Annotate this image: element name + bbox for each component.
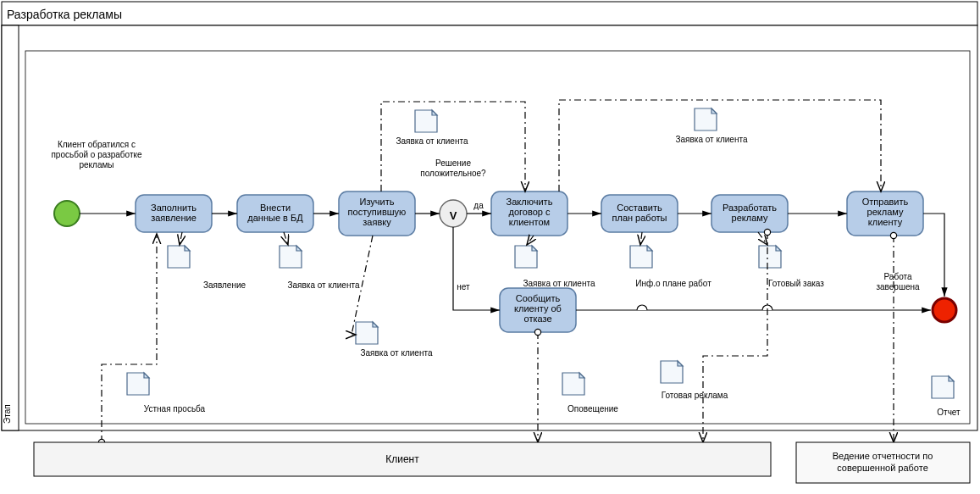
svg-text:Составить: Составить [617,203,662,213]
svg-text:Оповещение: Оповещение [568,404,618,414]
svg-text:рекламы: рекламы [79,160,114,169]
svg-text:Заявка от клиента: Заявка от клиента [361,348,433,358]
svg-text:Заявка от клиента: Заявка от клиента [288,280,360,290]
task-send[interactable]: Отправить рекламу клиенту [847,191,923,236]
svg-text:заявку: заявку [363,217,391,227]
svg-text:V: V [450,209,457,222]
svg-text:Заявление: Заявление [203,280,246,290]
participant-client-label: Клиент [385,453,419,465]
svg-text:Устная просьба: Устная просьба [144,404,206,414]
svg-text:Сообщить: Сообщить [516,293,561,303]
svg-point-44 [933,298,956,322]
task-plan[interactable]: Составить план работы [601,195,678,232]
svg-text:план работы: план работы [612,213,667,223]
svg-text:Ведение отчетности по: Ведение отчетности по [833,451,933,461]
lane-header [2,25,19,430]
svg-text:клиенту: клиенту [868,217,903,227]
svg-text:рекламу: рекламу [732,213,768,223]
svg-text:Заявка от клиента: Заявка от клиента [676,135,748,144]
svg-text:Готовая реклама: Готовая реклама [662,391,728,400]
task-enter-db[interactable]: Внести данные в БД Внести данные в БД [237,195,313,232]
pool-header [2,2,977,25]
svg-text:Инф.о плане работ: Инф.о плане работ [635,279,711,288]
svg-text:завершена: завершена [876,282,920,291]
svg-text:заявление: заявление [151,213,197,223]
svg-text:совершенной работе: совершенной работе [837,463,928,473]
svg-text:Внести: Внести [260,203,291,213]
lane-title: Этап [3,404,12,424]
svg-text:Клиент обратился с: Клиент обратился с [58,140,136,149]
label-yes: да [473,201,484,210]
svg-text:Заполнить: Заполнить [151,203,197,213]
svg-text:рекламу: рекламу [867,207,904,217]
task-develop[interactable]: Разработать рекламу [711,195,788,232]
svg-text:данные в БД: данные в БД [247,213,303,223]
svg-text:договор с: договор с [509,207,551,217]
svg-text:Заявка от клиента: Заявка от клиента [523,279,595,288]
svg-text:отказе: отказе [524,314,552,324]
svg-text:Разработать: Разработать [723,203,777,213]
task-refuse[interactable]: Сообщить клиенту об отказе [500,288,576,332]
svg-text:положительное?: положительное? [420,169,486,178]
svg-text:клиенту об: клиенту об [514,303,562,314]
svg-text:Отчет: Отчет [937,408,961,417]
svg-text:Изучить: Изучить [360,197,395,207]
svg-point-5 [54,201,80,226]
svg-text:Решение: Решение [435,158,471,168]
task-study-request[interactable]: Изучить поступившую заявку [339,191,415,236]
svg-text:просьбой о разработке: просьбой о разработке [51,150,142,159]
task-fill-application[interactable]: Заполнить Заполнить заявление заявление [136,195,212,232]
svg-text:Работа: Работа [884,272,912,281]
svg-text:Отправить: Отправить [862,197,909,207]
label-no: нет [457,282,470,291]
task-contract[interactable]: Заключить договор с клиентом [491,191,568,236]
svg-text:поступившую: поступившую [348,207,407,217]
svg-text:клиентом: клиентом [509,217,550,227]
svg-text:Готовый заказ: Готовый заказ [768,279,824,288]
svg-text:Заявка от клиента: Заявка от клиента [396,136,468,146]
pool-title: Разработка рекламы [7,8,122,21]
svg-text:Заключить: Заключить [507,197,553,207]
